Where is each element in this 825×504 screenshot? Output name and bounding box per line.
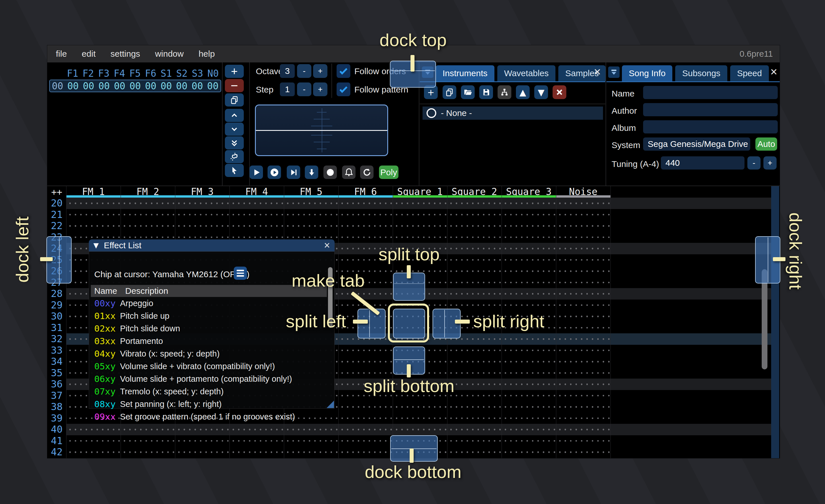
order-move-down-button[interactable]	[225, 122, 244, 136]
octave-minus-button[interactable]: -	[297, 64, 311, 78]
tab-instruments[interactable]: Instruments	[436, 65, 495, 81]
album-field[interactable]	[643, 120, 778, 134]
record-button[interactable]	[323, 166, 337, 179]
order-move-up-button[interactable]	[225, 109, 244, 122]
menu-item-file[interactable]: file	[56, 49, 67, 59]
order-add-button[interactable]: +	[225, 65, 244, 78]
order-column-S1[interactable]: S1	[158, 68, 174, 79]
system-auto-button[interactable]: Auto	[755, 138, 777, 151]
order-cell[interactable]: 00	[128, 80, 143, 92]
instrument-list-item-none[interactable]: - None -	[423, 106, 603, 120]
pattern-row-20[interactable]: 20	[47, 197, 780, 209]
instrument-delete-button[interactable]	[552, 85, 566, 99]
step-value[interactable]: 1	[280, 82, 295, 96]
order-column-F4[interactable]: F4	[112, 68, 128, 79]
tab-song-info[interactable]: Song Info	[622, 65, 672, 81]
split-right-target[interactable]	[433, 309, 461, 338]
channel-header-square-3[interactable]: Square 3	[502, 186, 556, 196]
add-channels-button[interactable]: ++	[47, 187, 66, 197]
octave-plus-button[interactable]: +	[313, 64, 327, 78]
effect-row-08xy[interactable]: 08xySet panning (x: left; y: right)	[89, 398, 327, 410]
follow-pattern-checkbox[interactable]	[336, 82, 350, 96]
effect-list-close-button[interactable]: ×	[324, 239, 330, 251]
order-cell[interactable]: 00	[174, 80, 190, 92]
step-minus-button[interactable]: -	[297, 82, 311, 96]
pattern-row-22[interactable]: 22	[47, 220, 780, 232]
order-cell[interactable]: 00	[205, 80, 221, 92]
order-column-S2[interactable]: S2	[174, 68, 190, 79]
order-edit-mode-button[interactable]	[225, 164, 244, 177]
order-row-selected[interactable]: 0000000000000000000000	[49, 80, 221, 92]
repeat-pattern-button[interactable]	[360, 166, 374, 179]
order-column-F2[interactable]: F2	[80, 68, 96, 79]
menu-item-edit[interactable]: edit	[82, 49, 95, 59]
pattern-scrollbar[interactable]	[762, 269, 767, 369]
order-cell[interactable]: 00	[81, 80, 96, 92]
order-cell[interactable]: 00	[143, 80, 158, 92]
instrument-duplicate-button[interactable]	[443, 85, 456, 99]
order-remove-button[interactable]: −	[225, 79, 244, 92]
order-duplicate-end-button[interactable]	[225, 136, 244, 150]
pattern-row-21[interactable]: 21	[47, 209, 780, 221]
octave-value[interactable]: 3	[280, 64, 295, 78]
menu-item-help[interactable]: help	[199, 49, 215, 59]
tuning-minus-button[interactable]: -	[747, 156, 761, 170]
play-from-cursor-button[interactable]	[287, 166, 300, 179]
menu-item-window[interactable]: window	[155, 49, 183, 59]
split-left-target[interactable]	[358, 309, 386, 338]
order-column-F6[interactable]: F6	[143, 68, 159, 79]
resize-grip[interactable]	[326, 401, 334, 408]
order-cell[interactable]: 00	[65, 80, 81, 92]
pattern-row-40[interactable]: 40	[47, 424, 780, 435]
effect-row-04xy[interactable]: 04xyVibrato (x: speed; y: depth)	[89, 347, 327, 360]
play-button[interactable]	[249, 166, 263, 179]
instrument-toggle-folders-button[interactable]	[498, 85, 511, 99]
metronome-button[interactable]	[342, 166, 356, 179]
order-cell[interactable]: 00	[190, 80, 205, 92]
tuning-field[interactable]: 440	[661, 156, 745, 170]
instrument-open-button[interactable]	[461, 85, 475, 99]
step-row-button[interactable]	[305, 166, 318, 179]
menu-item-settings[interactable]: settings	[110, 49, 140, 59]
play-pattern-button[interactable]	[268, 166, 281, 179]
instruments-close-button[interactable]: ×	[594, 66, 601, 78]
channel-header-fm-5[interactable]: FM 5	[284, 186, 338, 196]
order-column-S3[interactable]: S3	[190, 68, 205, 79]
channel-header-fm-6[interactable]: FM 6	[338, 186, 393, 196]
instrument-move-down-button[interactable]: ▼	[534, 85, 548, 99]
channel-header-square-1[interactable]: Square 1	[393, 186, 447, 196]
oscilloscope[interactable]	[255, 104, 388, 156]
tab-subsongs[interactable]: Subsongs	[675, 65, 727, 81]
follow-orders-checkbox[interactable]	[336, 64, 350, 78]
collapse-triangle-icon[interactable]: ▼	[93, 241, 98, 249]
channel-header-fm-3[interactable]: FM 3	[175, 186, 229, 196]
dock-bottom-target[interactable]	[390, 435, 438, 461]
songinfo-collapse-icon[interactable]	[608, 67, 620, 78]
channel-header-fm-1[interactable]: FM 1	[66, 186, 121, 196]
effect-row-06xy[interactable]: 06xyVolume slide + portamento (compatibi…	[89, 372, 327, 385]
order-column-F5[interactable]: F5	[127, 68, 143, 79]
effect-row-09xx[interactable]: 09xxSet groove pattern (speed 1 if no gr…	[89, 410, 327, 423]
channel-header-square-2[interactable]: Square 2	[447, 186, 502, 196]
order-cell[interactable]: 00	[158, 80, 174, 92]
channel-header-noise[interactable]: Noise	[556, 186, 610, 196]
effect-list-titlebar[interactable]: ▼ Effect List ×	[89, 239, 334, 251]
channel-header-fm-4[interactable]: FM 4	[229, 186, 284, 196]
order-column-F1[interactable]: F1	[65, 68, 80, 79]
instrument-save-button[interactable]	[479, 85, 493, 99]
order-column-F3[interactable]: F3	[96, 68, 112, 79]
effect-row-00xy[interactable]: 00xyArpeggio	[89, 297, 327, 310]
tab-wavetables[interactable]: Wavetables	[497, 65, 556, 81]
instrument-move-up-button[interactable]: ▲	[516, 85, 530, 99]
tab-speed[interactable]: Speed	[730, 65, 769, 81]
order-column-N0[interactable]: N0	[205, 68, 221, 79]
order-duplicate-button[interactable]	[225, 93, 244, 106]
author-field[interactable]	[643, 103, 778, 116]
effect-row-05xy[interactable]: 05xyVolume slide + vibrato (compatibilit…	[89, 360, 327, 372]
effect-list-menu-button[interactable]	[234, 267, 247, 280]
songinfo-close-button[interactable]: ×	[770, 66, 777, 78]
channel-header-fm-2[interactable]: FM 2	[121, 186, 175, 196]
poly-toggle-button[interactable]: Poly	[379, 166, 398, 179]
effect-row-07xy[interactable]: 07xyTremolo (x: speed; y: depth)	[89, 385, 327, 398]
effect-row-03xx[interactable]: 03xxPortamento	[89, 335, 327, 347]
